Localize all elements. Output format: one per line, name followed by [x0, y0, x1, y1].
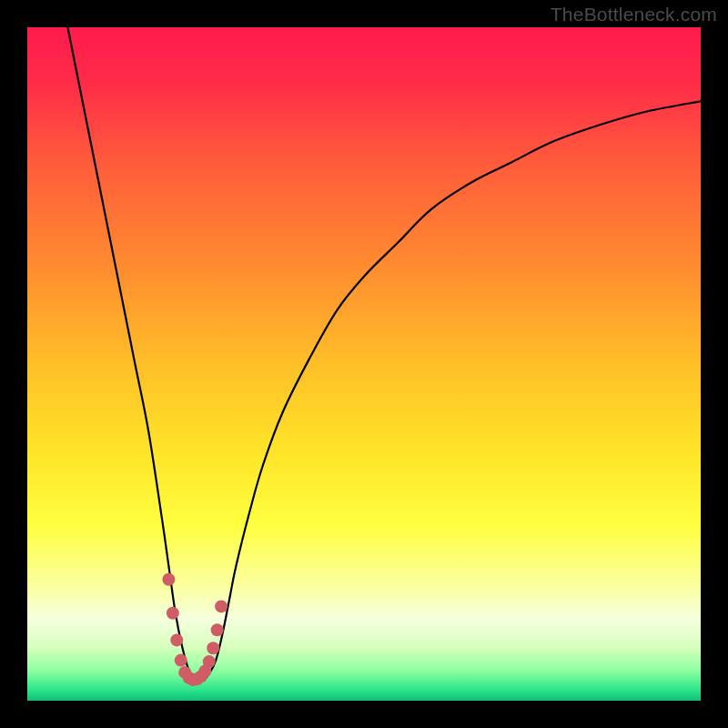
chart-frame: TheBottleneck.com — [0, 0, 728, 728]
valley-dot — [215, 600, 228, 612]
watermark-text: TheBottleneck.com — [551, 4, 717, 25]
valley-dot — [175, 654, 187, 667]
valley-dot — [207, 642, 219, 654]
valley-dot — [170, 633, 183, 646]
valley-dot — [167, 607, 179, 620]
plot-area — [27, 27, 701, 701]
valley-dot — [203, 655, 216, 668]
curves-layer — [27, 27, 701, 701]
valley-dot — [211, 623, 224, 636]
bottleneck-curve — [67, 27, 701, 682]
valley-dot — [162, 573, 175, 586]
